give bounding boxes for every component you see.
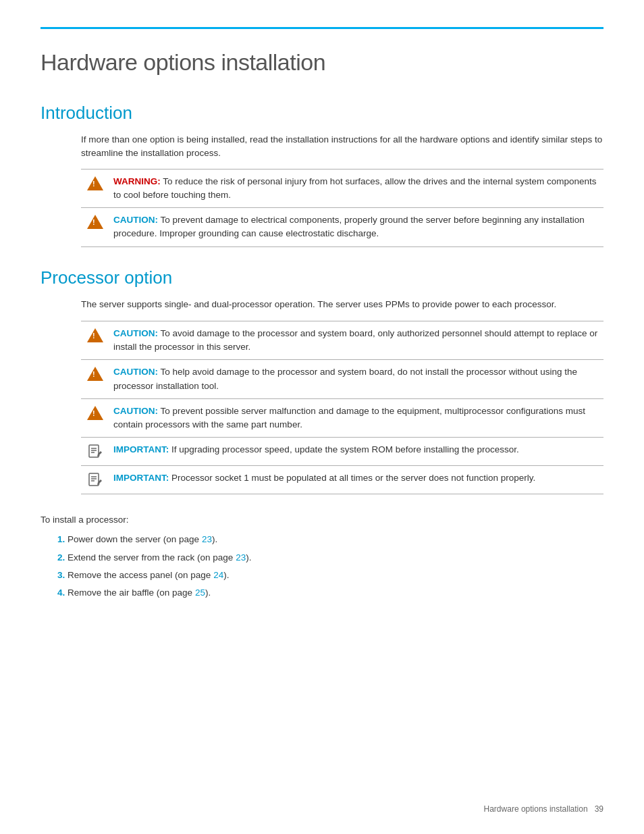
proc-caution-text-3: CAUTION: To prevent possible server malf… bbox=[111, 398, 603, 438]
proc-caution-text-1: CAUTION: To avoid damage to the processo… bbox=[111, 321, 603, 360]
warning-body: To reduce the risk of personal injury fr… bbox=[113, 176, 597, 200]
page-footer: Hardware options installation 39 bbox=[484, 804, 603, 814]
proc-caution-icon-3 bbox=[81, 398, 111, 438]
step-2: Extend the server from the rack (on page… bbox=[68, 550, 603, 566]
introduction-body: If more than one option is being install… bbox=[81, 133, 603, 161]
step-4-link[interactable]: 25 bbox=[195, 588, 205, 598]
important-icon-1 bbox=[87, 444, 103, 460]
step-1-after: ). bbox=[212, 534, 217, 544]
step-1-text: Power down the server (on page bbox=[68, 534, 202, 544]
step-2-text: Extend the server from the rack (on page bbox=[68, 552, 236, 563]
proc-important-icon-cell-1 bbox=[81, 438, 111, 466]
proc-important-body-1: If upgrading processor speed, update the… bbox=[171, 444, 519, 454]
caution-body: To prevent damage to electrical componen… bbox=[113, 215, 585, 238]
step-2-link[interactable]: 23 bbox=[236, 552, 246, 563]
warning-icon-cell bbox=[81, 169, 111, 208]
proc-caution-label-1: CAUTION: bbox=[113, 328, 158, 338]
warning-label: WARNING: bbox=[113, 176, 161, 186]
caution-triangle-icon-3 bbox=[87, 406, 103, 420]
important-icon-2 bbox=[87, 472, 103, 488]
proc-caution-body-2: To help avoid damage to the processor an… bbox=[113, 367, 577, 390]
caution-text: CAUTION: To prevent damage to electrical… bbox=[111, 208, 603, 247]
proc-caution-body-3: To prevent possible server malfunction a… bbox=[113, 406, 585, 429]
introduction-title: Introduction bbox=[41, 103, 603, 124]
caution-label: CAUTION: bbox=[113, 215, 158, 225]
introduction-notices: WARNING: To reduce the risk of personal … bbox=[81, 169, 603, 247]
step-1-link[interactable]: 23 bbox=[202, 534, 212, 544]
proc-important-row-1: IMPORTANT: If upgrading processor speed,… bbox=[81, 438, 603, 466]
warning-row: WARNING: To reduce the risk of personal … bbox=[81, 169, 603, 208]
processor-option-body: The server supports single- and dual-pro… bbox=[81, 298, 603, 311]
proc-caution-text-2: CAUTION: To help avoid damage to the pro… bbox=[111, 360, 603, 399]
top-border bbox=[41, 27, 603, 29]
step-1: Power down the server (on page 23). bbox=[68, 531, 603, 548]
caution-triangle-icon-2 bbox=[87, 367, 103, 381]
proc-caution-row-1: CAUTION: To avoid damage to the processo… bbox=[81, 321, 603, 360]
processor-option-title: Processor option bbox=[41, 267, 603, 288]
proc-caution-row-3: CAUTION: To prevent possible server malf… bbox=[81, 398, 603, 438]
proc-caution-icon-1 bbox=[81, 321, 111, 360]
svg-rect-4 bbox=[89, 473, 99, 486]
step-3-after: ). bbox=[223, 570, 229, 580]
proc-caution-label-3: CAUTION: bbox=[113, 406, 158, 416]
proc-important-label-2: IMPORTANT: bbox=[113, 473, 169, 483]
caution-icon-cell bbox=[81, 208, 111, 247]
install-intro: To install a processor: bbox=[41, 515, 603, 525]
proc-important-icon-cell-2 bbox=[81, 466, 111, 494]
proc-important-label-1: IMPORTANT: bbox=[113, 444, 169, 454]
footer-page: 39 bbox=[595, 804, 603, 814]
proc-caution-row-2: CAUTION: To help avoid damage to the pro… bbox=[81, 360, 603, 399]
proc-important-row-2: IMPORTANT: Processor socket 1 must be po… bbox=[81, 466, 603, 494]
step-3-link[interactable]: 24 bbox=[213, 570, 223, 580]
step-4-after: ). bbox=[205, 588, 211, 598]
proc-important-text-1: IMPORTANT: If upgrading processor speed,… bbox=[111, 438, 603, 466]
proc-caution-label-2: CAUTION: bbox=[113, 367, 158, 377]
step-4-text: Remove the air baffle (on page bbox=[68, 588, 195, 598]
proc-important-text-2: IMPORTANT: Processor socket 1 must be po… bbox=[111, 466, 603, 494]
steps-list: Power down the server (on page 23). Exte… bbox=[54, 531, 603, 601]
proc-caution-body-1: To avoid damage to the processor and sys… bbox=[113, 328, 597, 352]
svg-rect-0 bbox=[89, 445, 99, 457]
step-2-after: ). bbox=[246, 552, 251, 563]
step-4: Remove the air baffle (on page 25). bbox=[68, 585, 603, 601]
proc-important-body-2: Processor socket 1 must be populated at … bbox=[171, 473, 535, 483]
caution-icon bbox=[87, 215, 103, 229]
step-3-text: Remove the access panel (on page bbox=[68, 570, 213, 580]
caution-row: CAUTION: To prevent damage to electrical… bbox=[81, 208, 603, 247]
warning-text: WARNING: To reduce the risk of personal … bbox=[111, 169, 603, 208]
step-3: Remove the access panel (on page 24). bbox=[68, 567, 603, 583]
page: Hardware options installation Introducti… bbox=[0, 0, 644, 834]
footer-text: Hardware options installation bbox=[484, 804, 588, 814]
processor-notices: CAUTION: To avoid damage to the processo… bbox=[81, 321, 603, 495]
warning-icon bbox=[87, 176, 103, 190]
proc-caution-icon-2 bbox=[81, 360, 111, 399]
page-title: Hardware options installation bbox=[41, 49, 603, 76]
caution-triangle-icon-1 bbox=[87, 328, 103, 342]
